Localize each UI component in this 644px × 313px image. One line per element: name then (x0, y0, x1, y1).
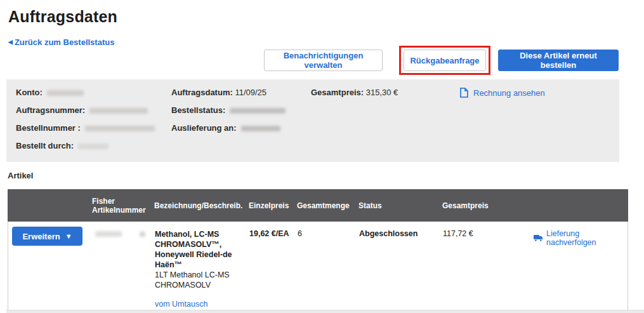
action-buttons-row: Benachrichtigungen verwalten Rückgabeanf… (0, 46, 619, 75)
chevron-down-icon: ▼ (65, 233, 72, 240)
ship-to-value-redacted (241, 126, 280, 131)
header-fisher-number: Fisher Artikelnummer (92, 197, 154, 215)
summary-column-right: Gesamtpreis: 315,30 € (311, 84, 398, 102)
ship-to-field: Auslieferung an: (171, 119, 286, 137)
order-date-value: 11/09/25 (235, 88, 266, 97)
summary-column-middle: Auftragsdatum: 11/09/25 Bestellstatus: A… (171, 84, 286, 137)
ordered-by-field: Bestellt durch: (16, 137, 155, 155)
items-table: Fisher Artikelnummer Bezeichnung/Beschre… (8, 189, 628, 313)
table-row: Erweitern ▼ Methanol, LC-MS CHROMASOLV™,… (8, 222, 628, 313)
fisher-number-redacted (95, 231, 122, 237)
item-name: Methanol, LC-MS CHROMASOLV™, Honeywell R… (155, 229, 242, 270)
total-price-field: Gesamtpreis: 315,30 € (311, 84, 398, 102)
order-date-label: Auftragsdatum: (171, 88, 233, 97)
total-price-value: 315,30 € (366, 88, 398, 97)
ordered-by-value-redacted (78, 143, 108, 149)
description-cell: Methanol, LC-MS CHROMASOLV™, Honeywell R… (155, 222, 249, 313)
summary-column-left: Konto: Auftragsnummer: Bestellnummer : B… (16, 84, 155, 155)
order-date-field: Auftragsdatum: 11/09/25 (171, 84, 286, 102)
return-request-button[interactable]: Rückgabeanfrage (404, 50, 486, 71)
po-number-value-redacted (85, 126, 155, 131)
page-title: Auftragsdaten (8, 8, 117, 26)
view-invoice-label: Rechnung ansehen (473, 88, 545, 98)
order-status-value-redacted (230, 108, 286, 114)
items-section-heading: Artikel (8, 171, 33, 180)
order-details-page: Auftragsdaten ◀ Zurück zum Bestellstatus… (0, 0, 644, 313)
header-quantity: Gesamtmenge (297, 201, 358, 210)
truck-icon (534, 234, 543, 242)
document-icon (460, 88, 468, 98)
expand-button-label: Erweitern (22, 232, 60, 241)
expand-button[interactable]: Erweitern ▼ (12, 227, 82, 246)
header-status: Status (358, 201, 442, 210)
view-invoice-link[interactable]: Rechnung ansehen (460, 88, 545, 98)
header-total-price: Gesamtpreis (442, 201, 533, 210)
order-status-field: Bestellstatus: (171, 102, 286, 119)
total-price-label: Gesamtpreis: (311, 88, 364, 97)
quantity-cell: 6 (298, 222, 359, 238)
account-label: Konto: (16, 88, 43, 97)
order-number-field: Auftragsnummer: (16, 102, 155, 119)
unit-price-cell: 19,62 €/EA (249, 222, 298, 238)
total-price-cell: 117,72 € (443, 222, 534, 238)
reorder-items-button[interactable]: Diese Artikel erneut bestellen (498, 50, 619, 71)
ordered-by-label: Bestellt durch: (16, 141, 74, 150)
next-section-edge (6, 310, 644, 313)
chevron-left-icon: ◀ (8, 39, 13, 45)
track-delivery-label: Lieferung nachverfolgen (546, 229, 626, 247)
track-delivery-link[interactable]: Lieferung nachverfolgen (534, 229, 626, 247)
status-cell: Abgeschlossen (359, 222, 443, 238)
expand-cell: Erweitern ▼ (8, 222, 93, 246)
fisher-number-cell (93, 222, 155, 238)
order-status-label: Bestellstatus: (171, 105, 225, 115)
account-field: Konto: (16, 84, 155, 102)
order-number-value-redacted (89, 108, 148, 114)
table-header-row: Fisher Artikelnummer Bezeichnung/Beschre… (8, 189, 628, 222)
po-number-field: Bestellnummer : (16, 119, 155, 137)
order-number-label: Auftragsnummer: (16, 105, 85, 115)
fisher-number-flag-redacted (140, 232, 145, 237)
track-cell: Lieferung nachverfolgen (534, 222, 628, 247)
red-highlight-annotation: Rückgabeanfrage (399, 46, 490, 75)
po-number-label: Bestellnummer : (16, 123, 81, 133)
manage-notifications-button[interactable]: Benachrichtigungen verwalten (264, 50, 383, 71)
order-summary-box: Konto: Auftragsnummer: Bestellnummer : B… (6, 79, 619, 162)
item-pack-description: 1LT Methanol LC-MS CHROMASOLV (155, 270, 242, 290)
header-description: Bezeichnung/Beschreib. (154, 201, 249, 210)
header-unit-price: Einzelpreis (249, 201, 297, 210)
account-value-redacted (47, 90, 84, 96)
ship-to-label: Auslieferung an: (171, 123, 237, 133)
